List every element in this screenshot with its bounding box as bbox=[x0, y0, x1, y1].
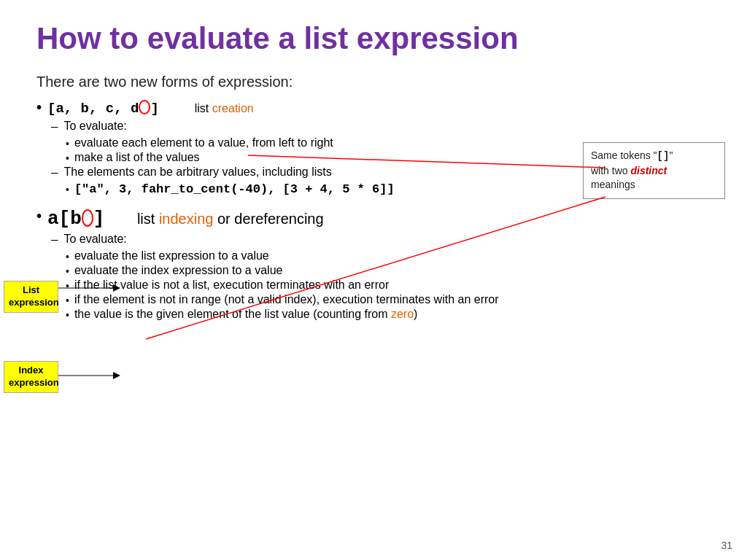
bullet2-row: • a[b] list indexing or dereferencing bbox=[36, 206, 711, 230]
dash2-marker: – bbox=[51, 166, 58, 180]
bracket2-circle bbox=[82, 209, 93, 227]
sub-bullet3: • evaluate the list expression to a valu… bbox=[66, 249, 711, 262]
bullet2-marker: • bbox=[36, 208, 42, 225]
dash1: – To evaluate: bbox=[51, 120, 711, 134]
sub-bullet1-text: evaluate each element to a value, from l… bbox=[74, 136, 333, 149]
sub-bullet2-text: make a list of the values bbox=[74, 151, 200, 164]
bracket-circle bbox=[139, 100, 150, 114]
bracket-close: ] bbox=[150, 101, 158, 117]
example-code: ["a", 3, fahr_to_cent(-40), [3 + 4, 5 * … bbox=[74, 182, 395, 196]
dash3: – To evaluate: bbox=[51, 233, 711, 247]
zero-text: zero bbox=[391, 308, 414, 320]
creation-label: creation bbox=[212, 102, 254, 114]
dash1-marker: – bbox=[51, 120, 58, 134]
sub-bullet7-marker: • bbox=[66, 309, 69, 321]
sub-bullet7-text: the value is the given element of the li… bbox=[74, 308, 417, 321]
or-deref: or dereferencing bbox=[213, 211, 323, 227]
bullet2-code-a: a[b bbox=[47, 208, 82, 230]
sub-bullet7: • the value is the given element of the … bbox=[66, 308, 711, 321]
bullet1-row: • [a, b, c, d] list creation bbox=[36, 98, 711, 117]
callout-box: Same tokens "[]"with two distinctmeaning… bbox=[583, 142, 725, 199]
sub-bullet6-text: if the element is not in range (not a va… bbox=[74, 293, 499, 306]
arrow-index-expr bbox=[113, 372, 120, 379]
indexing-label: indexing bbox=[159, 211, 214, 227]
page-number: 31 bbox=[721, 540, 732, 551]
bullet1-marker: • bbox=[36, 99, 42, 116]
sub-bullet3-text: evaluate the list expression to a value bbox=[74, 249, 269, 262]
sub-bullet5-marker: • bbox=[66, 280, 69, 292]
intro-text: There are two new forms of expression: bbox=[36, 74, 711, 90]
sub-bullet-example-marker: • bbox=[66, 184, 69, 195]
sub-bullet1-marker: • bbox=[66, 138, 69, 149]
slide-title: How to evaluate a list expression bbox=[36, 22, 711, 55]
sub-bullet6: • if the element is not in range (not a … bbox=[66, 293, 711, 306]
sub-bullet5-text: if the list value is not a list, executi… bbox=[74, 279, 389, 292]
sub-bullet2-marker: • bbox=[66, 152, 69, 164]
dash1-text: To evaluate: bbox=[63, 120, 711, 133]
callout-text1: Same tokens "[]"with two distinctmeaning… bbox=[591, 149, 673, 190]
sub-bullet4-marker: • bbox=[66, 265, 69, 277]
callout-distinct: distinct bbox=[630, 165, 667, 176]
sub-bullet6-marker: • bbox=[66, 295, 69, 306]
bracket2-close: ] bbox=[93, 208, 105, 230]
dash3-marker: – bbox=[51, 233, 58, 247]
sub-bullet5: • if the list value is not a list, execu… bbox=[66, 279, 711, 292]
sub-bullet4: • evaluate the index expression to a val… bbox=[66, 264, 711, 277]
sub-bullet3-marker: • bbox=[66, 251, 69, 262]
slide: How to evaluate a list expression There … bbox=[0, 0, 747, 560]
bullet2-content: a[b] list indexing or dereferencing bbox=[47, 206, 711, 230]
label-index-expression: Indexexpression bbox=[4, 361, 58, 393]
list-label: list bbox=[195, 102, 212, 114]
bullet1-content: [a, b, c, d] list creation bbox=[47, 98, 711, 117]
label-list-expression: Listexpression bbox=[4, 281, 58, 313]
dash3-text: To evaluate: bbox=[63, 233, 711, 246]
sub-bullet4-text: evaluate the index expression to a value bbox=[74, 264, 283, 277]
bullet1-code: [a, b, c, d bbox=[47, 101, 139, 117]
list-label2: list bbox=[137, 211, 159, 227]
